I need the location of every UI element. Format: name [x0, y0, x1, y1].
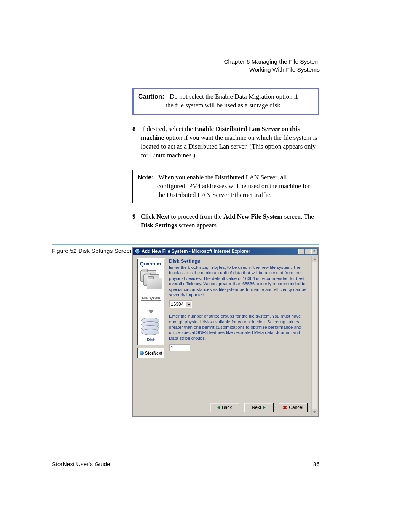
dialog-body: Quantum. File System Disk: [133, 255, 318, 400]
dropdown-button[interactable]: [186, 301, 191, 307]
filesystem-label: File System: [141, 296, 161, 301]
note-line1: Note:When you enable the Distributed LAN…: [137, 173, 314, 182]
stripe-groups-description: Enter the number of stripe groups for th…: [169, 313, 310, 341]
step9-b2: Add New File System: [223, 213, 282, 220]
disk-settings-heading: Disk Settings: [169, 258, 310, 264]
step8-pre: If desired, select the: [141, 125, 194, 133]
step-body: If desired, select the Enable Distribute…: [141, 125, 319, 160]
page-header: Chapter 6 Managing the File System Worki…: [224, 58, 320, 74]
step9-t3: screen. The: [283, 213, 314, 220]
step-body: Click Next to proceed from the Add New F…: [141, 212, 319, 230]
back-label: Back: [222, 405, 232, 410]
block-size-select[interactable]: 16384: [169, 300, 192, 308]
footer-page-number: 86: [313, 461, 320, 468]
note-box: Note:When you enable the Distributed LAN…: [132, 170, 319, 204]
close-button[interactable]: ×: [311, 249, 317, 254]
step8-post: option if you want the machine on which …: [141, 134, 317, 159]
left-sidebar: Quantum. File System Disk: [136, 258, 166, 397]
x-icon: ✖: [283, 405, 287, 411]
block-size-value: 16384: [170, 302, 186, 307]
cancel-label: Cancel: [289, 405, 303, 410]
main-content: Caution:Do not select the Enable Data Mi…: [132, 88, 319, 230]
caution-text1: Do not select the Enable Data Migration …: [170, 93, 298, 100]
arrow-down-icon: [151, 303, 151, 314]
caution-text2: the file system will be used as a storag…: [138, 101, 313, 110]
stripe-groups-input[interactable]: 1: [169, 344, 190, 351]
product-label: StorNext: [145, 351, 162, 355]
caution-label: Caution:: [138, 93, 170, 101]
step-9: 9 Click Next to proceed from the Add New…: [132, 212, 319, 230]
note-text2: configured IPV4 addresses will be used o…: [137, 182, 314, 200]
brand-label: Quantum.: [140, 261, 162, 267]
vertical-scrollbar[interactable]: [311, 256, 317, 415]
disk-icon: [141, 318, 161, 335]
step-number: 9: [132, 212, 141, 230]
stripe-groups-value: 1: [171, 345, 174, 350]
dialog-content: Disk Settings Enter the block size, in b…: [166, 258, 310, 397]
ie-icon: [135, 249, 140, 254]
next-label: Next: [252, 405, 261, 410]
next-button[interactable]: Next: [244, 403, 273, 412]
window-title: Add New File System - Microsoft Internet…: [142, 249, 298, 254]
step9-b1: Next: [156, 213, 169, 220]
step-8: 8 If desired, select the Enable Distribu…: [132, 125, 319, 160]
wizard-graphic-panel: Quantum. File System Disk: [137, 258, 165, 345]
globe-icon: [140, 351, 144, 355]
note-text1: When you enable the Distributed LAN Serv…: [158, 174, 287, 181]
step9-b3: Disk Settings: [141, 222, 177, 229]
scroll-down-button[interactable]: [312, 409, 317, 415]
figure-rule: [52, 244, 319, 245]
triangle-left-icon: [217, 406, 220, 409]
step9-t4: screen appears.: [177, 222, 218, 229]
title-bar[interactable]: Add New File System - Microsoft Internet…: [133, 248, 318, 255]
figure-caption: Figure 52 Disk Settings Screen: [52, 248, 133, 254]
note-label: Note:: [137, 173, 158, 182]
product-panel: StorNext: [137, 348, 165, 358]
button-row: Back Next ✖ Cancel: [133, 400, 318, 416]
back-button[interactable]: Back: [210, 403, 239, 412]
step9-t: Click: [141, 213, 156, 220]
caution-box: Caution:Do not select the Enable Data Mi…: [132, 88, 319, 115]
maximize-button[interactable]: □: [305, 249, 311, 254]
dialog-window: Add New File System - Microsoft Internet…: [132, 247, 319, 417]
chapter-line: Chapter 6 Managing the File System: [224, 58, 320, 66]
filesystem-icon: [140, 270, 162, 295]
title-buttons: _ □ ×: [298, 249, 317, 254]
caution-line1: Caution:Do not select the Enable Data Mi…: [138, 93, 313, 101]
minimize-button[interactable]: _: [298, 249, 304, 254]
footer-guide: StorNext User's Guide: [52, 461, 110, 468]
scroll-track[interactable]: [312, 262, 317, 409]
triangle-right-icon: [263, 406, 266, 409]
step-number: 8: [132, 125, 141, 160]
page: Chapter 6 Managing the File System Worki…: [0, 0, 411, 532]
cancel-button[interactable]: ✖ Cancel: [279, 403, 307, 412]
block-size-description: Enter the block size, in bytes, to be us…: [169, 265, 310, 297]
scroll-up-button[interactable]: [312, 256, 317, 262]
step9-t2: to proceed from the: [169, 213, 223, 220]
section-line: Working With File Systems: [224, 66, 320, 74]
disk-label: Disk: [147, 337, 155, 342]
